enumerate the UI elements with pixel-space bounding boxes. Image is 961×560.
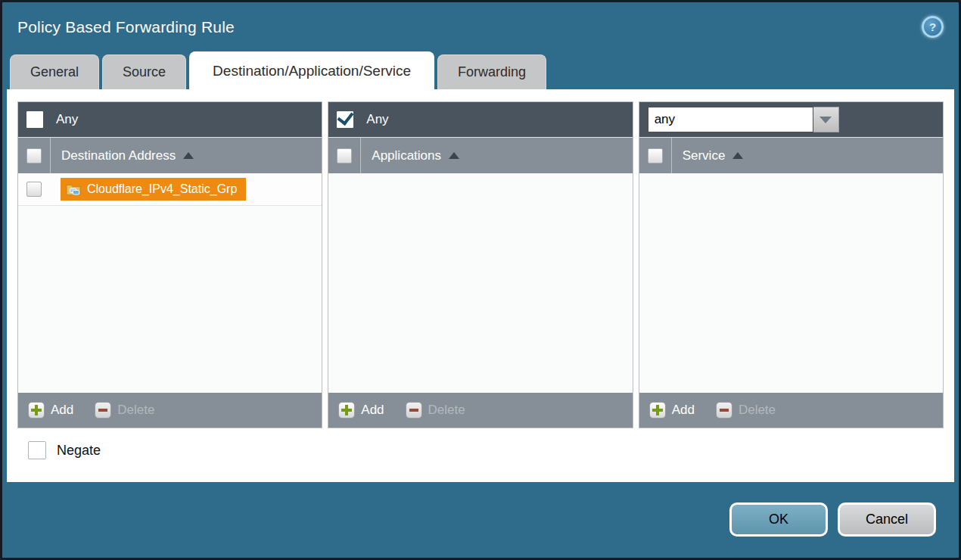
delete-button[interactable]: Delete: [406, 402, 465, 418]
minus-icon: [95, 402, 111, 418]
help-icon[interactable]: ?: [922, 16, 944, 38]
destination-address-column: Any Destination Address: [17, 101, 322, 428]
pbf-rule-dialog: Policy Based Forwarding Rule ? General S…: [0, 0, 961, 560]
tab-general[interactable]: General: [10, 54, 99, 89]
address-group-icon: [66, 183, 81, 196]
tab-source[interactable]: Source: [102, 54, 186, 89]
dialog-title: Policy Based Forwarding Rule: [17, 18, 235, 36]
service-header-label: Service: [683, 148, 726, 163]
applications-any-bar: Any: [328, 102, 632, 137]
tab-bar: General Source Destination/Application/S…: [2, 51, 959, 89]
applications-column-header: Applications: [328, 137, 632, 173]
negate-checkbox[interactable]: [28, 441, 46, 459]
service-column-header: Service: [639, 137, 943, 173]
delete-button[interactable]: Delete: [95, 402, 154, 418]
service-column: any Service Add: [639, 101, 944, 428]
tab-content-panel: Any Destination Address: [7, 89, 954, 482]
address-group-name: Cloudflare_IPv4_Static_Grp: [87, 182, 237, 196]
destination-any-checkbox[interactable]: [26, 111, 43, 128]
negate-row: Negate: [17, 441, 944, 459]
minus-icon: [406, 402, 422, 418]
applications-any-label: Any: [366, 112, 388, 127]
ok-button[interactable]: OK: [729, 502, 828, 537]
checkmark-icon: [337, 108, 354, 126]
applications-column: Any Applications Add Delete: [328, 101, 633, 428]
applications-toolbar: Add Delete: [328, 393, 632, 428]
service-type-value[interactable]: any: [648, 107, 813, 132]
destination-list: Cloudflare_IPv4_Static_Grp: [18, 173, 322, 393]
dialog-footer: OK Cancel: [2, 482, 959, 558]
destination-column-header: Destination Address: [18, 137, 322, 173]
applications-header-label: Applications: [372, 148, 441, 163]
sort-asc-icon[interactable]: [449, 152, 459, 159]
chevron-down-icon: [819, 117, 832, 123]
destination-any-label: Any: [56, 112, 78, 127]
service-list: [639, 173, 943, 393]
sort-asc-icon[interactable]: [732, 152, 743, 159]
applications-list: [328, 173, 632, 393]
columns-container: Any Destination Address: [17, 101, 944, 428]
list-item[interactable]: Cloudflare_IPv4_Static_Grp: [18, 173, 322, 206]
service-type-dropdown[interactable]: any: [648, 107, 839, 132]
destination-toolbar: Add Delete: [18, 393, 322, 428]
plus-icon: [28, 402, 45, 418]
plus-icon: [649, 402, 666, 418]
dialog-titlebar: Policy Based Forwarding Rule ?: [2, 2, 959, 51]
tab-forwarding[interactable]: Forwarding: [437, 54, 546, 89]
service-toolbar: Add Delete: [639, 393, 943, 428]
add-button[interactable]: Add: [649, 402, 695, 418]
service-type-bar: any: [639, 102, 943, 137]
negate-label: Negate: [57, 443, 101, 459]
minus-icon: [716, 402, 732, 418]
destination-select-all-checkbox[interactable]: [26, 148, 42, 163]
sort-asc-icon[interactable]: [183, 152, 194, 159]
selected-address-chip[interactable]: Cloudflare_IPv4_Static_Grp: [61, 178, 246, 201]
applications-select-all-checkbox[interactable]: [337, 148, 352, 163]
service-select-all-checkbox[interactable]: [648, 148, 663, 163]
tab-destination-application-service[interactable]: Destination/Application/Service: [189, 51, 434, 89]
plus-icon: [338, 402, 355, 418]
dropdown-button[interactable]: [813, 107, 839, 132]
row-checkbox[interactable]: [26, 182, 42, 197]
add-button[interactable]: Add: [338, 402, 384, 418]
applications-any-checkbox[interactable]: [337, 111, 353, 128]
delete-button[interactable]: Delete: [716, 402, 776, 418]
add-button[interactable]: Add: [28, 402, 73, 418]
destination-header-label: Destination Address: [61, 148, 176, 163]
cancel-button[interactable]: Cancel: [838, 502, 936, 537]
destination-any-bar: Any: [18, 102, 322, 137]
